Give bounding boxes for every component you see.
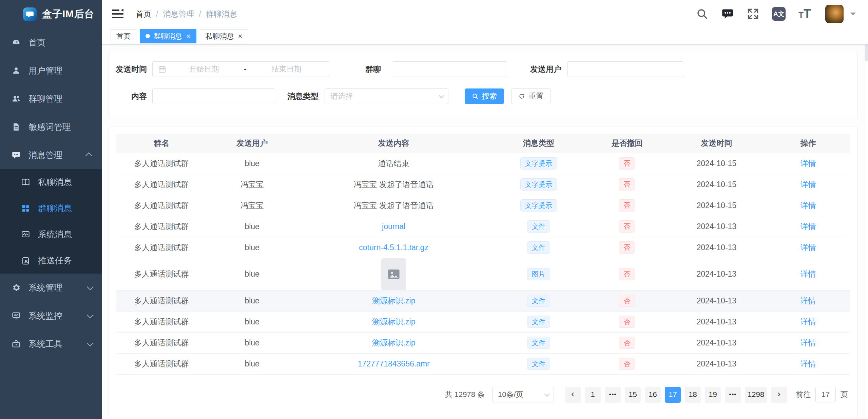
recall-badge: 否 [619, 268, 635, 280]
detail-link[interactable]: 详情 [801, 159, 816, 168]
page-button-17[interactable]: 17 [665, 387, 681, 403]
search-icon[interactable] [696, 8, 708, 20]
detail-link[interactable]: 详情 [801, 317, 816, 326]
column-header-消息类型: 消息类型 [490, 134, 587, 153]
fullscreen-icon[interactable] [747, 8, 759, 20]
detail-link[interactable]: 详情 [801, 338, 816, 347]
detail-link[interactable]: 详情 [801, 222, 816, 231]
cell-content[interactable]: 1727771843656.amr [297, 353, 490, 374]
reset-button[interactable]: 重置 [511, 88, 551, 104]
message-icon[interactable] [721, 8, 734, 20]
sidebar-item-敏感词管理[interactable]: 敏感词管理 [0, 113, 102, 141]
sidebar-item-用户管理[interactable]: 用户管理 [0, 57, 102, 85]
file-link[interactable]: journal [382, 222, 405, 231]
sidebar-item-推送任务[interactable]: 推送任务 [0, 247, 102, 274]
group-input[interactable] [392, 61, 507, 77]
detail-link[interactable]: 详情 [801, 243, 816, 252]
page-button-16[interactable]: 16 [645, 387, 661, 403]
page-button-1[interactable]: 1 [585, 387, 601, 403]
file-link[interactable]: 1727771843656.amr [358, 359, 429, 368]
cell-content[interactable]: coturn-4.5.1.1.tar.gz [297, 237, 490, 258]
next-page-button[interactable]: › [771, 387, 787, 403]
sidebar-item-系统工具[interactable]: 系统工具 [0, 330, 102, 358]
cell-action[interactable]: 详情 [766, 332, 850, 353]
app-logo: 盒子IM后台 [0, 0, 102, 28]
caret-down-icon[interactable] [850, 13, 856, 18]
avatar[interactable] [825, 5, 844, 23]
font-size-icon[interactable]: TT [798, 8, 811, 20]
detail-link[interactable]: 详情 [801, 270, 816, 278]
cell-action[interactable]: 详情 [766, 237, 850, 258]
toolbox-icon [12, 339, 21, 348]
cell-action[interactable]: 详情 [766, 195, 850, 216]
cell-message-type: 文件 [490, 237, 587, 258]
tab-首页[interactable]: 首页 [111, 29, 136, 43]
date-range-input[interactable]: 开始日期 - 结束日期 [152, 61, 330, 77]
cell-action[interactable]: 详情 [766, 353, 850, 374]
cell-group-name: 多人通话测试群 [116, 174, 207, 195]
cell-message-type: 文件 [490, 311, 587, 332]
page-button-18[interactable]: 18 [685, 387, 701, 403]
cell-message-type: 文字提示 [490, 174, 587, 195]
calendar-icon [158, 65, 166, 73]
translate-icon[interactable]: A文 [772, 7, 786, 21]
content-input[interactable] [152, 88, 275, 104]
cell-sender: blue [207, 258, 297, 290]
file-link[interactable]: 溯源标识.zip [372, 296, 416, 305]
goto-page: 前往 17 页 [796, 387, 848, 402]
cell-action[interactable]: 详情 [766, 216, 850, 237]
tab-群聊消息[interactable]: 群聊消息× [140, 29, 196, 43]
messages-table: 群名发送用户发送内容消息类型是否撤回发送时间操作 多人通话测试群blue通话结束… [116, 134, 850, 375]
cell-content[interactable]: journal [297, 216, 490, 237]
end-date-placeholder: 结束日期 [249, 64, 324, 74]
cell-content[interactable]: 溯源标识.zip [297, 290, 490, 311]
close-icon[interactable]: × [186, 33, 191, 40]
page-button-1298[interactable]: 1298 [745, 387, 767, 403]
goto-page-input[interactable]: 17 [815, 387, 836, 402]
type-select[interactable]: 请选择 [325, 88, 448, 104]
book-icon [21, 178, 30, 187]
cell-content[interactable]: 溯源标识.zip [297, 332, 490, 353]
page-button-15[interactable]: 15 [625, 387, 641, 403]
sidebar-item-私聊消息[interactable]: 私聊消息 [0, 169, 102, 195]
more-pages-icon[interactable]: ••• [605, 387, 621, 403]
sidebar-item-群聊管理[interactable]: 群聊管理 [0, 85, 102, 113]
file-link[interactable]: coturn-4.5.1.1.tar.gz [359, 243, 428, 252]
tab-私聊消息[interactable]: 私聊消息× [200, 29, 248, 43]
file-link[interactable]: 溯源标识.zip [372, 338, 416, 347]
close-icon[interactable]: × [238, 33, 243, 40]
detail-link[interactable]: 详情 [801, 201, 816, 210]
image-thumbnail[interactable] [381, 258, 406, 290]
detail-link[interactable]: 详情 [801, 359, 816, 368]
sidebar-collapse-icon[interactable] [112, 9, 123, 19]
page-size-select[interactable]: 10条/页 [492, 387, 554, 402]
cell-action[interactable]: 详情 [766, 311, 850, 332]
scrollbar[interactable] [865, 28, 868, 419]
detail-link[interactable]: 详情 [801, 180, 816, 189]
sidebar-item-系统管理[interactable]: 系统管理 [0, 274, 102, 302]
sidebar-item-群聊消息[interactable]: 群聊消息 [0, 195, 102, 221]
cell-action[interactable]: 详情 [766, 153, 850, 174]
prev-page-button[interactable]: ‹ [565, 387, 581, 403]
file-link[interactable]: 溯源标识.zip [372, 317, 416, 326]
filter-panel: 发送时间 开始日期 - 结束日期 群聊 发送用户 内容 消息类型 [109, 51, 858, 119]
page-button-19[interactable]: 19 [705, 387, 721, 403]
more-pages-icon[interactable]: ••• [725, 387, 741, 403]
cell-sender: blue [207, 353, 297, 374]
search-button[interactable]: 搜索 [465, 88, 504, 104]
column-header-操作: 操作 [766, 134, 850, 153]
sidebar-item-消息管理[interactable]: 消息管理 [0, 141, 102, 169]
cell-action[interactable]: 详情 [766, 174, 850, 195]
tab-label: 群聊消息 [154, 32, 182, 41]
sidebar-item-首页[interactable]: 首页 [0, 28, 102, 57]
cell-content[interactable]: 溯源标识.zip [297, 311, 490, 332]
sender-input[interactable] [567, 61, 684, 77]
cell-action[interactable]: 详情 [766, 258, 850, 290]
cell-message-type: 文件 [490, 353, 587, 374]
breadcrumb-item[interactable]: 首页 [136, 9, 151, 19]
cell-action[interactable]: 详情 [766, 290, 850, 311]
sidebar-item-系统消息[interactable]: 系统消息 [0, 221, 102, 247]
detail-link[interactable]: 详情 [801, 296, 816, 305]
cell-send-time: 2024-10-13 [667, 332, 766, 353]
sidebar-item-系统监控[interactable]: 系统监控 [0, 302, 102, 330]
